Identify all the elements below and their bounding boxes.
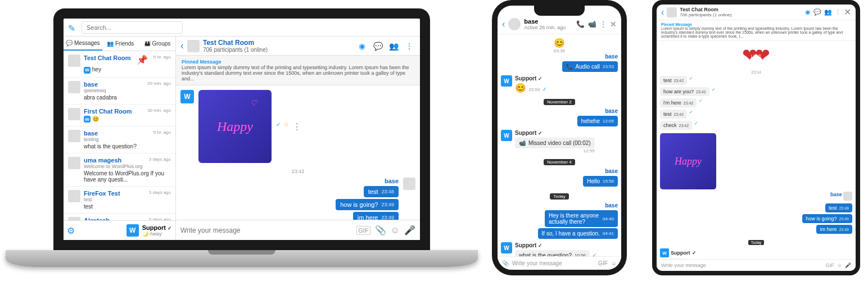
close-icon[interactable]: ✕ bbox=[610, 20, 617, 29]
conversation-item[interactable]: FireFox Test3 days ago test test bbox=[64, 187, 175, 214]
back-icon[interactable]: ‹ bbox=[180, 40, 184, 52]
msg-text: im here bbox=[820, 226, 837, 232]
record-icon[interactable]: ◉ bbox=[805, 8, 811, 16]
msg-avatar bbox=[403, 178, 415, 190]
conversation-item[interactable]: uma magesh3 days ago Welcome to WordPlus… bbox=[64, 153, 175, 187]
emoji-icon[interactable]: ☺ bbox=[391, 225, 400, 235]
tab-friends[interactable]: 👥 Friends bbox=[102, 37, 139, 51]
conv-time: 29 min. ago bbox=[147, 81, 171, 88]
conv-name: First Chat Room bbox=[84, 108, 132, 115]
conversation-item[interactable]: Test Chat Room 📌5 hr. ago W hey bbox=[64, 51, 175, 78]
back-icon[interactable]: ‹ bbox=[661, 7, 664, 17]
conv-time: 30 min. ago bbox=[147, 108, 171, 115]
msg-text: i'm here bbox=[663, 100, 681, 106]
message-input-bar: Write your message GIF ☺ 🎤 bbox=[657, 259, 856, 271]
msg-text: hehehe bbox=[581, 118, 600, 124]
chat-subtitle: 706 participants (1 online) bbox=[203, 47, 352, 53]
avatar bbox=[68, 157, 80, 169]
call-icon[interactable]: 📞 bbox=[576, 20, 585, 28]
conversation-item[interactable]: First Chat Room30 min. ago W 😊 bbox=[64, 105, 175, 127]
laptop-screen: ✎ 💬 Messages 👥 Friends 👪 Groups Test Cha… bbox=[53, 8, 430, 250]
mic-icon[interactable]: 🎤 bbox=[404, 225, 415, 235]
conv-sub: test bbox=[84, 197, 171, 202]
msg-text: test bbox=[663, 78, 672, 83]
check-icon: ✓ bbox=[694, 121, 698, 130]
settings-icon[interactable]: ⚙ bbox=[67, 225, 75, 236]
tab-messages[interactable]: 💬 Messages bbox=[64, 37, 102, 51]
msg-time: 23:42 bbox=[684, 101, 694, 105]
gif-icon[interactable]: GIF bbox=[356, 226, 370, 235]
msg-text: test bbox=[663, 111, 672, 117]
tab-groups[interactable]: 👪 Groups bbox=[139, 37, 175, 51]
msg-sender: base bbox=[830, 192, 842, 197]
msg-time: 23:42 bbox=[674, 79, 684, 83]
chat-title: Test Chat Room bbox=[680, 7, 802, 12]
star-icon[interactable]: ☆ bbox=[284, 121, 289, 132]
pinned-text: Lorem Ipsum is simply dummy text of the … bbox=[182, 65, 414, 81]
conv-time: 5 hr. ago bbox=[153, 130, 171, 137]
avatar bbox=[508, 18, 521, 30]
more-icon[interactable]: ⋮ bbox=[835, 8, 841, 16]
msg-sender: Support bbox=[515, 130, 536, 136]
msg-time: 04:40 bbox=[603, 216, 614, 221]
msg-time: 12:05 bbox=[603, 119, 614, 124]
user-badge: W bbox=[84, 116, 91, 123]
tablet-screen: ‹ Test Chat Room 706 participants (1 onl… bbox=[657, 4, 856, 271]
chat-avatar bbox=[187, 40, 200, 52]
message-input[interactable]: Write your message bbox=[661, 262, 823, 268]
conversation-item[interactable]: base5 hr. ago testing what is the questi… bbox=[64, 126, 175, 153]
chat-title: Test Chat Room bbox=[203, 39, 352, 47]
message-list[interactable]: W Happy♡ ✓ ☆ ⋮ 23:42 base bbox=[176, 85, 420, 220]
sticker-icon[interactable]: ☺ bbox=[837, 262, 842, 268]
back-icon[interactable]: ‹ bbox=[502, 19, 505, 29]
attach-icon[interactable]: 📎 bbox=[502, 260, 509, 266]
sticker-icon[interactable]: ☺ bbox=[611, 260, 617, 266]
conversation-item[interactable]: base29 min. ago qwewewq abra cadabra bbox=[64, 78, 175, 105]
conv-sub: testing bbox=[84, 137, 171, 142]
users-icon[interactable]: 👥 bbox=[824, 8, 832, 16]
conv-name: Test Chat Room bbox=[84, 55, 131, 65]
conv-name: uma magesh bbox=[84, 157, 121, 164]
users-icon[interactable]: 👥 bbox=[387, 40, 400, 52]
chat-header: ‹ Test Chat Room 706 participants (1 onl… bbox=[176, 37, 420, 56]
message-list[interactable]: LOVE 23:14 test23:42✓ how are you?23:42✓… bbox=[657, 41, 856, 264]
avatar bbox=[68, 190, 80, 202]
message-input[interactable]: Write your message bbox=[512, 260, 595, 266]
message-list[interactable]: 😊 03:39 base 📞Audio call23:53 W Support … bbox=[498, 34, 621, 258]
record-icon[interactable]: ◉ bbox=[356, 40, 368, 52]
love-text: LOVE bbox=[751, 54, 762, 58]
msg-avatar: W bbox=[180, 90, 194, 103]
time-label: 23:14 bbox=[660, 70, 852, 74]
happy-sticker: Happy♡ bbox=[198, 90, 272, 163]
time-label: 03:39 bbox=[501, 48, 618, 53]
conversation-item[interactable]: Alextech5 days ago Welcome to WordPlus.o… bbox=[64, 214, 175, 220]
pinned-message[interactable]: Pinned Message Lorem Ipsum is simply dum… bbox=[657, 20, 856, 41]
pinned-text: Lorem Ipsum is simply dummy text of the … bbox=[661, 26, 851, 38]
more-icon[interactable]: ⋮ bbox=[292, 121, 301, 132]
check-icon: ✓ bbox=[699, 98, 703, 107]
msg-text: test bbox=[368, 188, 378, 195]
message-input[interactable] bbox=[180, 226, 352, 234]
msg-avatar: W bbox=[660, 248, 669, 257]
chat-icon[interactable]: 💬 bbox=[813, 8, 821, 16]
check-icon: ✓ bbox=[276, 121, 281, 132]
gif-icon[interactable]: GIF bbox=[826, 262, 834, 268]
pinned-message[interactable]: Pinned Message Lorem Ipsum is simply dum… bbox=[176, 56, 420, 85]
search-input[interactable] bbox=[82, 21, 183, 34]
mic-icon[interactable]: 🎤 bbox=[845, 262, 851, 268]
check-icon: ✓ bbox=[542, 86, 547, 92]
chat-icon[interactable]: 💬 bbox=[372, 40, 384, 52]
close-icon[interactable]: ✕ bbox=[844, 7, 851, 17]
user-name: Support bbox=[142, 224, 166, 231]
more-icon[interactable]: ⋮ bbox=[403, 40, 415, 52]
more-icon[interactable]: ⋮ bbox=[600, 20, 607, 28]
video-icon[interactable]: 📹 bbox=[588, 20, 596, 28]
laptop-base bbox=[6, 250, 478, 267]
msg-text: Hey is there anyone actually there? bbox=[549, 212, 600, 225]
msg-text: how are you? bbox=[663, 89, 694, 94]
attach-icon[interactable]: 📎 bbox=[375, 225, 386, 235]
emoji-icon: 😊 bbox=[515, 83, 526, 93]
msg-text: im here bbox=[358, 214, 378, 220]
compose-icon[interactable]: ✎ bbox=[68, 23, 77, 32]
gif-icon[interactable]: GIF bbox=[598, 260, 608, 266]
